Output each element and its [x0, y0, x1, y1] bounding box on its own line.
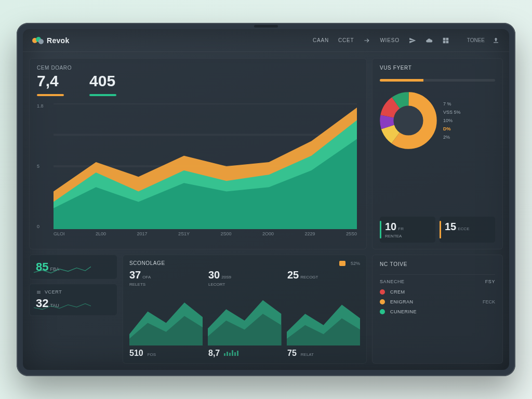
row-metrics: 37OFARELETS 3020S9LECORT 25RECOGT: [129, 269, 360, 287]
metric-2-bar: [89, 94, 116, 96]
right-title: Vus Fyert: [380, 65, 495, 71]
metric-2: 405: [89, 65, 116, 96]
right-metrics: 10FR Rentea 15ECCE: [380, 217, 495, 243]
svg-point-10: [387, 99, 430, 142]
right-metric-2: 15ECCE: [440, 217, 495, 243]
footer-metrics: 510FOS 8,7 75RELAT: [129, 349, 360, 358]
list-item[interactable]: ENIGRANFECK: [380, 299, 495, 304]
scroll-badge: 52%: [351, 261, 360, 266]
dot-icon: [380, 309, 385, 314]
fm-3: 75RELAT: [287, 349, 360, 358]
nav-item-arrow[interactable]: [363, 37, 370, 44]
logo-icon: [32, 37, 43, 44]
right-metric-1: 10FR Rentea: [380, 217, 435, 243]
area-chart[interactable]: 1.8 5 0: [37, 100, 359, 243]
list-item[interactable]: CUNERINE: [380, 309, 495, 314]
stack-2[interactable]: [208, 289, 281, 345]
main-metrics: Cem Doaro 7,4 405: [37, 65, 359, 96]
rm-2: 3020S9LECORT: [208, 269, 281, 287]
export-icon[interactable]: [492, 36, 500, 44]
top-nav: CAAN CCET WIESO: [313, 37, 449, 44]
send-icon: [409, 37, 416, 44]
app-screen: Revok CAAN CCET WIESO TO: [23, 29, 509, 370]
cloud-icon: [425, 37, 433, 44]
scroll-head: SCONOLAGE 52%: [129, 260, 360, 266]
metric-2-value: 405: [89, 72, 116, 90]
metric-1-label: Cem Doaro: [37, 65, 72, 71]
card-b-title: VCERT: [36, 289, 111, 295]
content-grid: Cem Doaro 7,4 405 1.8 5 0: [23, 52, 509, 370]
topbar-right: TONEE: [467, 36, 500, 44]
main-chart-panel: Cem Doaro 7,4 405 1.8 5 0: [29, 58, 367, 249]
bars-mini-icon: [224, 350, 238, 356]
metric-1-bar: [37, 94, 64, 96]
nav-item-cloud[interactable]: [425, 37, 433, 44]
list-item[interactable]: CREM: [380, 289, 495, 295]
metric-2-label: [89, 65, 116, 71]
progress-bar: [380, 79, 495, 82]
pie-section: 7 % VSS 5% 10% D% 2%: [380, 92, 495, 149]
x-axis: GLOI2L00 20172S1Y 2S002O00 222925S0: [54, 231, 357, 243]
br-list: CREM ENIGRANFECK CUNERINE: [380, 289, 495, 314]
stack-3[interactable]: [287, 289, 360, 345]
brand-logo[interactable]: Revok: [32, 36, 70, 45]
side-cards: 85FBA VCERT 32TAU: [29, 255, 117, 364]
stack-charts: [129, 289, 360, 345]
bottom-right-panel: NC TOIVE SANECHEFSY CREM ENIGRANFECK: [372, 255, 503, 364]
menu-icon: [36, 290, 42, 295]
bottom-left: 85FBA VCERT 32TAU: [29, 255, 367, 364]
scroll-panel: SCONOLAGE 52% 37OFARELETS 3020S9LECORT 2…: [123, 255, 367, 364]
nav-item-0[interactable]: CAAN: [313, 37, 329, 43]
nav-item-send[interactable]: [409, 37, 416, 44]
nav-item-grid[interactable]: [442, 37, 449, 44]
grid-icon: [442, 37, 449, 44]
device-frame: Revok CAAN CCET WIESO TO: [17, 23, 515, 376]
br-sub: SANECHEFSY: [380, 274, 495, 284]
nav-item-1[interactable]: CCET: [338, 37, 354, 43]
rm-3: 25RECOGT: [287, 269, 360, 287]
pie-legend: 7 % VSS 5% 10% D% 2%: [443, 101, 461, 140]
brand-name: Revok: [47, 36, 70, 45]
dot-icon: [380, 289, 385, 295]
y-axis: 1.8 5 0: [37, 103, 51, 229]
metric-1-value: 7,4: [37, 72, 72, 90]
br-head: NC TOIVE: [380, 261, 495, 267]
rm-1: 37OFARELETS: [129, 269, 202, 287]
plot-area: [54, 103, 357, 229]
scroll-title: SCONOLAGE: [129, 260, 165, 266]
topbar: Revok CAAN CCET WIESO TO: [23, 29, 509, 52]
card-b[interactable]: VCERT 32TAU: [29, 284, 117, 316]
metric-1: Cem Doaro 7,4: [37, 65, 72, 96]
device-camera: [254, 25, 278, 28]
fm-1: 510FOS: [129, 349, 202, 358]
pie-chart[interactable]: [380, 92, 437, 149]
spark-a-icon: [34, 264, 91, 276]
spark-b-icon: [34, 301, 91, 312]
top-chip: TONEE: [467, 37, 485, 43]
br-title: NC TOIVE: [380, 261, 407, 267]
folder-icon[interactable]: [339, 261, 345, 266]
dot-icon: [380, 299, 385, 304]
arrow-right-icon: [363, 37, 370, 44]
stack-1[interactable]: [129, 289, 203, 345]
card-a[interactable]: 85FBA: [29, 255, 117, 280]
nav-item-2[interactable]: WIESO: [380, 37, 399, 43]
fm-2: 8,7: [208, 349, 281, 358]
right-panel: Vus Fyert 7 % VSS 5% 10%: [372, 58, 503, 249]
